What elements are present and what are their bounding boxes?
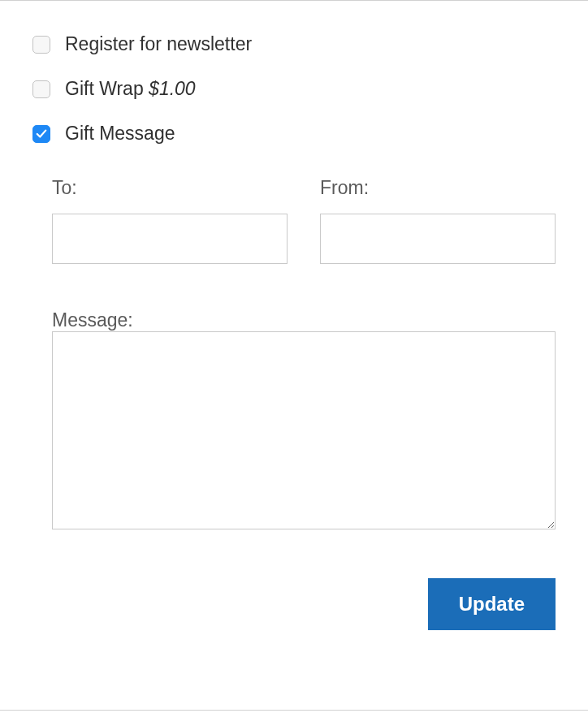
gift-wrap-label: Gift Wrap $1.00 [65, 78, 196, 100]
message-textarea[interactable] [52, 331, 556, 529]
gift-wrap-price: $1.00 [149, 78, 196, 99]
message-field-group: Message: [52, 309, 556, 533]
gift-message-option-row: Gift Message [32, 123, 556, 145]
button-row: Update [52, 578, 556, 630]
gift-wrap-checkbox[interactable] [32, 80, 50, 98]
message-label: Message: [52, 309, 133, 331]
update-button[interactable]: Update [428, 578, 556, 630]
gift-wrap-option-row: Gift Wrap $1.00 [32, 78, 556, 100]
to-label: To: [52, 177, 288, 199]
gift-message-label: Gift Message [65, 123, 175, 145]
to-input[interactable] [52, 214, 288, 264]
from-field-group: From: [320, 177, 556, 264]
to-field-group: To: [52, 177, 288, 264]
from-label: From: [320, 177, 556, 199]
newsletter-label: Register for newsletter [65, 33, 252, 55]
newsletter-checkbox[interactable] [32, 36, 50, 54]
gift-message-form: To: From: Message: Update [32, 177, 556, 630]
check-icon [36, 128, 47, 140]
gift-wrap-label-text: Gift Wrap [65, 78, 144, 99]
options-panel: Register for newsletter Gift Wrap $1.00 … [0, 0, 588, 711]
from-input[interactable] [320, 214, 556, 264]
to-from-row: To: From: [52, 177, 556, 264]
gift-message-checkbox[interactable] [32, 125, 50, 143]
newsletter-option-row: Register for newsletter [32, 33, 556, 55]
